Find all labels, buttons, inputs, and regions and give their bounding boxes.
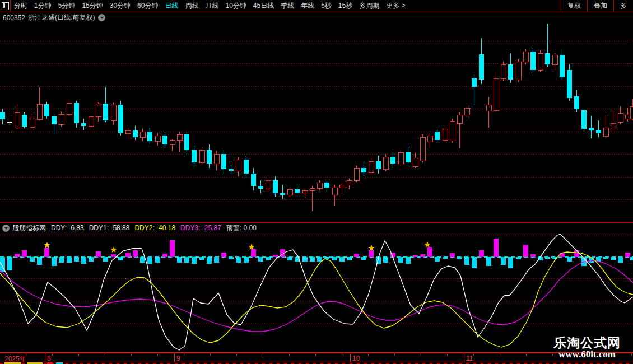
candle-up [111,105,116,120]
candle-up [611,123,616,129]
candle-up [339,185,345,188]
candle-up [347,180,352,185]
candle-up [464,108,469,115]
candle-down [479,54,484,80]
indicator-source[interactable]: 股朋指标网 [12,223,46,233]
candle-up [501,64,506,78]
candle-up [15,112,20,128]
indicator-collapse-icon[interactable] [2,225,10,232]
ddy-bar-up [479,250,484,257]
candle-up [420,137,425,161]
ddy-bar-down [287,257,292,260]
candle-down [324,183,329,188]
candle-down [81,123,86,126]
candle-down [44,104,49,116]
ddy-bar-up [22,250,27,257]
ddy-bar-up [15,254,20,257]
candle-down [251,174,256,186]
candle-down [295,189,300,193]
ddy-bar-down [199,257,204,260]
ddy-bar-down [361,257,366,260]
ddy-bar-up [625,253,630,257]
axis-label: 11 [466,354,473,362]
signal-star-icon [368,245,374,251]
chart-canvas[interactable] [0,0,633,364]
candle-up [266,180,271,189]
ddy-bar-up [273,255,278,257]
ddy-bar-up [413,255,418,257]
ddy-bar-down [192,257,197,264]
trading-app-window: 分时1分钟5分钟15分钟30分钟60分钟日线周线月线10分钟45日线季线年线5秒… [0,0,633,364]
indicator-field: DDY: -6.83 [51,224,84,232]
ddy-bar-up [494,239,499,257]
ddy-bar-down [118,257,123,260]
candle-down [545,53,550,64]
ddy-bar-up [369,250,374,257]
candle-down [581,110,587,129]
candle-up [317,183,322,188]
indicator-field: 预警: 0.00 [226,224,257,232]
candle-up [494,78,499,110]
candle-down [472,78,477,87]
ddy-bar-down [59,257,64,263]
candle-up [30,118,35,127]
candle-down [508,64,513,80]
ddy-bar-up [354,254,359,257]
ddy-bar-down [435,257,440,262]
candle-up [516,62,521,80]
ddy-bar-down [7,257,12,270]
ddy-bar-down [508,257,513,268]
ddy-bar-down [103,257,108,262]
ddy-bar-up [125,253,131,257]
candle-up [302,190,308,193]
ddy-bar-down [347,257,352,260]
candle-up [630,106,633,119]
ddy-bar-up [574,250,579,257]
candle-up [96,104,101,116]
ddy-bar-down [258,257,263,262]
ddy-bar-down [443,257,448,259]
candle-up [140,132,145,137]
candle-up [523,52,528,62]
candle-down [147,132,152,141]
candle-down [52,116,57,124]
ddy-bar-up [530,254,536,257]
candle-down [207,150,212,164]
ddy-bar-down [567,257,572,262]
ddy-bar-up [523,245,528,257]
axis-label: 2025年 [4,354,26,364]
doji-body [7,122,12,123]
axis-label: 10 [352,354,360,362]
candle-down [229,169,234,171]
ddy-bar-down [618,257,623,263]
candle-down [74,103,79,123]
axis-label: 9 [176,354,180,362]
candle-down [560,55,565,77]
ddy-bar-down [214,257,219,263]
ddy-bar-up [427,247,432,257]
ddy-bar-down [236,257,241,263]
candle-up [287,189,292,195]
candle-down [596,130,601,133]
ddy-bar-down [67,257,72,263]
indicator-field: DDY1: -58.88 [89,224,130,232]
candle-down [589,128,594,130]
ddy-bar-down [611,257,616,260]
ddy-bar-up [450,253,455,257]
candle-down [530,52,536,70]
candle-up [383,157,388,169]
ddy-bar-up [133,250,138,257]
ddy-bar-down [155,257,160,263]
ddy-bar-down [464,257,469,265]
candle-up [199,150,204,162]
ddy-bar-up [96,251,101,257]
candle-up [443,129,448,140]
ddy-bar-down [472,257,477,268]
candle-down [0,112,5,119]
candle-up [177,134,182,140]
candle-down [22,115,27,127]
candle-up [618,113,623,122]
ddy-bar-down [81,257,86,264]
candle-down [162,136,167,144]
ddy-bar-up [44,248,49,257]
